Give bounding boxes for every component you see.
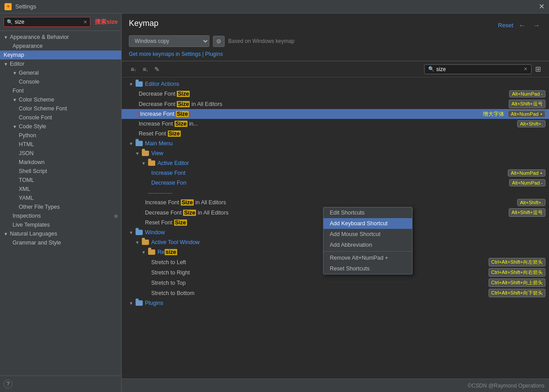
km-action-decrease-font-size-all[interactable]: Decrease Font Size in All Editors Alt+Sh… xyxy=(122,99,549,109)
arrow-icon: ▼ xyxy=(13,71,19,76)
sidebar-item-font[interactable]: Font xyxy=(0,86,121,95)
arrow-icon: ▼ xyxy=(4,35,10,40)
km-group-label: Active Editor xyxy=(157,160,545,166)
close-button[interactable]: ✕ xyxy=(539,2,545,11)
filter-input-wrapper[interactable]: 🔍 size ✕ xyxy=(424,64,532,74)
sidebar-footer: ? xyxy=(0,375,121,392)
sidebar-item-label: General xyxy=(19,70,38,76)
filter-clear-icon[interactable]: ✕ xyxy=(523,66,528,72)
arrow-icon: ▼ xyxy=(13,124,19,129)
km-group-view[interactable]: ▼ View xyxy=(122,148,549,158)
nav-back-button[interactable]: ← xyxy=(517,21,528,30)
sidebar-item-toml[interactable]: TOML xyxy=(0,176,121,185)
km-action-label: Stretch to Right xyxy=(151,270,485,276)
folder-icon xyxy=(141,150,149,157)
km-shortcut: Ctrl+Alt+Shift+向左箭头 xyxy=(489,258,545,266)
sidebar-item-other-file-types[interactable]: Other File Types xyxy=(0,202,121,211)
km-shortcut: Ctrl+Alt+Shift+向上箭头 xyxy=(489,278,545,287)
app-icon: ✦ xyxy=(4,3,12,10)
search-clear-icon[interactable]: ✕ xyxy=(83,19,87,25)
ctx-item-add-keyboard-shortcut[interactable]: Add Keyboard Shortcut xyxy=(323,218,412,229)
sidebar-item-xml[interactable]: XML xyxy=(0,185,121,194)
arrow-icon: ▼ xyxy=(129,141,135,146)
km-group-label: View xyxy=(151,150,545,156)
search-icon: 🔍 xyxy=(7,19,13,25)
filter-icon-2[interactable]: ≡↓ xyxy=(141,65,150,74)
sidebar-item-label: Keymap xyxy=(4,52,24,58)
km-separator: --------------- xyxy=(122,188,549,198)
km-action-increase-font-ae[interactable]: Increase Font Alt+NumPad + xyxy=(122,168,549,178)
sidebar-item-appearance[interactable]: Appearance xyxy=(0,42,121,51)
arrow-icon: ▼ xyxy=(4,232,10,236)
reset-button[interactable]: Reset xyxy=(498,22,513,29)
sidebar-item-color-scheme-font[interactable]: Color Scheme Font xyxy=(0,104,121,113)
ctx-item-remove-alt-numpad[interactable]: Remove Alt+NumPad + xyxy=(323,253,412,263)
nav-forward-button[interactable]: → xyxy=(531,21,542,30)
km-action-decrease-font-size[interactable]: Decrease Font Size Alt+NumPad - xyxy=(122,89,549,99)
keymap-gear-button[interactable]: ⚙ xyxy=(213,36,225,47)
km-action-stretch-top[interactable]: Stretch to Top Ctrl+Alt+Shift+向上箭头 xyxy=(122,278,549,288)
folder-icon xyxy=(148,249,156,256)
sidebar-item-editor[interactable]: ▼ Editor xyxy=(0,59,121,68)
sidebar-item-general[interactable]: ▼ General xyxy=(0,68,121,77)
km-action-reset-font-size[interactable]: Reset Font Size xyxy=(122,129,549,139)
km-action-label: Increase Font xyxy=(151,170,504,176)
km-group-editor-actions[interactable]: ▼ Editor Actions xyxy=(122,79,549,89)
sidebar-item-color-scheme[interactable]: ▼ Color Scheme xyxy=(0,95,121,104)
km-shortcut: Alt+Shift+逗号 xyxy=(509,100,545,108)
based-on-text: Based on Windows keymap xyxy=(228,38,294,44)
arrow-icon: ▼ xyxy=(129,301,135,306)
sidebar-item-json[interactable]: JSON xyxy=(0,149,121,158)
km-group-plugins[interactable]: ▼ Plugins xyxy=(122,298,549,308)
sidebar-item-console-font[interactable]: Console Font xyxy=(0,113,121,122)
get-more-link[interactable]: Get more keymaps in Settings | Plugins xyxy=(129,51,223,57)
sidebar-item-console[interactable]: Console xyxy=(0,77,121,86)
sidebar-item-label: Live Templates xyxy=(13,222,50,228)
sidebar-item-html[interactable]: HTML xyxy=(0,140,121,149)
km-group-active-editor[interactable]: ▼ Active Editor xyxy=(122,158,549,168)
km-group-main-menu[interactable]: ▼ Main Menu xyxy=(122,139,549,148)
km-group-label: Plugins xyxy=(145,300,545,306)
sidebar-item-keymap[interactable]: Keymap xyxy=(0,51,121,59)
km-action-increase-font-size-in[interactable]: Increase Font Size in... Alt+Shift+. xyxy=(122,119,549,129)
km-action-label: Decrease Fon xyxy=(151,180,506,186)
expand-button[interactable]: ⊞ xyxy=(534,64,542,74)
km-chinese-label: 增大字体 xyxy=(483,110,504,118)
sidebar-item-label: Inspections xyxy=(13,213,41,219)
sidebar-item-appearance-behavior[interactable]: ▼ Appearance & Behavior xyxy=(0,33,121,42)
keymap-select[interactable]: Windows copy xyxy=(129,35,209,47)
ctx-item-edit-shortcuts[interactable]: Edit Shortcuts xyxy=(323,207,412,218)
km-shortcut: Ctrl+Alt+Shift+向下箭头 xyxy=(489,289,545,297)
help-button[interactable]: ? xyxy=(4,379,13,388)
sidebar-item-markdown[interactable]: Markdown xyxy=(0,158,121,167)
sidebar-item-natural-languages[interactable]: ▼ Natural Languages xyxy=(0,229,121,238)
ctx-item-add-mouse-shortcut[interactable]: Add Mouse Shortcut xyxy=(323,229,412,240)
sidebar-item-grammar-and-style[interactable]: Grammar and Style xyxy=(0,238,121,247)
content-toolbar: ≡↑ ≡↓ ✎ 🔍 size ✕ ⊞ xyxy=(122,61,549,77)
arrow-icon: ▼ xyxy=(135,151,141,156)
sidebar-item-yaml[interactable]: YAML xyxy=(0,194,121,202)
km-action-decrease-font-ae[interactable]: Decrease Fon Alt+NumPad - xyxy=(122,178,549,188)
ctx-item-reset-shortcuts[interactable]: Reset Shortcuts xyxy=(323,263,412,274)
km-action-label: Stretch to Top xyxy=(151,280,485,286)
km-action-increase-font-size[interactable]: Increase Font Size 增大字体 Alt+NumPad + xyxy=(122,109,549,119)
folder-icon xyxy=(141,239,149,246)
km-action-label: Increase Font Size in... xyxy=(139,121,514,127)
sidebar-item-live-templates[interactable]: Live Templates xyxy=(0,220,121,229)
sidebar-item-python[interactable]: Python xyxy=(0,131,121,140)
search-bar: 🔍 ✕ 搜索size xyxy=(0,13,121,31)
sidebar-item-label: Other File Types xyxy=(19,204,60,210)
search-input-wrapper[interactable]: 🔍 ✕ xyxy=(4,17,90,27)
ctx-item-add-abbreviation[interactable]: Add Abbreviation xyxy=(323,240,412,250)
sidebar-item-inspections[interactable]: Inspections ⊞ xyxy=(0,211,121,220)
filter-icon-1[interactable]: ≡↑ xyxy=(129,65,138,74)
km-action-stretch-bottom[interactable]: Stretch to Bottom Ctrl+Alt+Shift+向下箭头 xyxy=(122,288,549,298)
km-group-label: Editor Actions xyxy=(145,81,545,87)
km-action-increase-font-size-all-editors[interactable]: Increase Font Size in All Editors Alt+Sh… xyxy=(122,198,549,207)
search-input[interactable] xyxy=(15,19,81,25)
sidebar-item-code-style[interactable]: ▼ Code Style xyxy=(0,122,121,131)
pencil-icon[interactable]: ✎ xyxy=(153,65,162,74)
sidebar-item-label: Grammar and Style xyxy=(13,240,61,246)
km-group-label: Main Menu xyxy=(145,140,545,147)
sidebar-item-shell-script[interactable]: Shell Script xyxy=(0,167,121,176)
